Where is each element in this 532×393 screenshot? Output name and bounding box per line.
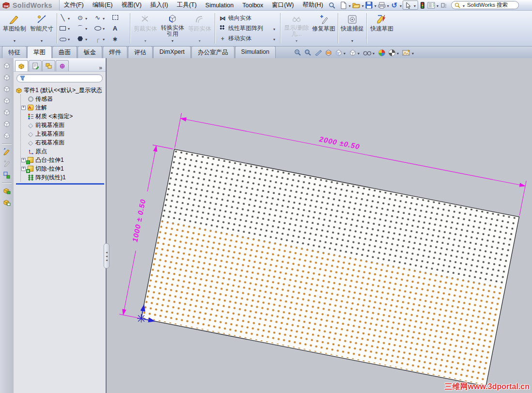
view-orientation-caret-icon[interactable] — [344, 49, 345, 56]
tab-dimxpert[interactable]: DimXpert — [153, 46, 191, 58]
view-top-icon[interactable] — [3, 107, 11, 118]
smart-dimension-button[interactable]: 智能尺寸 — [28, 12, 55, 45]
display-style-icon[interactable] — [348, 48, 361, 58]
sketch-tool-icon[interactable] — [3, 146, 11, 157]
save-caret-icon[interactable] — [375, 2, 376, 9]
tree-item-boss-extrude1[interactable]: 凸台-拉伸1 — [21, 156, 106, 164]
tree-item-linear-pattern1[interactable]: 阵列(线性)1 — [21, 173, 106, 182]
graphics-area[interactable]: 2000 ±0.50 1000 ± 0.50 三维网www.3dportal.c… — [108, 58, 532, 393]
previous-view-icon[interactable] — [314, 48, 323, 58]
view-back-icon[interactable] — [3, 72, 11, 83]
dimension-width-text[interactable]: 2000 ±0.50 — [318, 135, 361, 151]
undo-caret-icon[interactable] — [400, 2, 402, 9]
hide-show-items-icon[interactable] — [362, 48, 376, 58]
convert-caret-icon[interactable] — [172, 37, 173, 45]
dimension-height-text[interactable]: 1000 ± 0.50 — [131, 198, 147, 243]
view-isometric-icon[interactable] — [3, 130, 11, 141]
print-icon[interactable] — [377, 0, 386, 10]
menu-tools[interactable]: 工具(T) — [172, 0, 201, 11]
trim-entities-button[interactable]: 剪裁实体 — [132, 12, 159, 45]
edit-appearance-icon[interactable] — [377, 48, 386, 58]
boss-extrude-tool-icon[interactable] — [3, 186, 11, 196]
circle-tool[interactable]: ⊙ — [76, 14, 94, 21]
tab-featuremanager[interactable] — [15, 60, 28, 71]
quick-snaps-button[interactable]: 快速捕捉 — [340, 12, 365, 45]
tab-sheet-metal[interactable]: 钣金 — [78, 46, 102, 58]
view-settings-caret-icon[interactable] — [412, 49, 414, 56]
rectangle-caret-icon[interactable] — [68, 25, 70, 31]
tree-item-sensors[interactable]: 传感器 — [21, 94, 106, 103]
new-file-caret-icon[interactable] — [349, 2, 351, 9]
offset-caret-icon[interactable] — [199, 37, 201, 45]
tree-filter-input[interactable] — [16, 74, 103, 82]
undo-icon[interactable]: ↺ — [390, 0, 399, 10]
view-orientation-icon[interactable] — [334, 48, 347, 58]
view-bottom-icon[interactable] — [3, 119, 11, 129]
menu-file[interactable]: 文件(F) — [60, 0, 88, 11]
display-style-caret-icon[interactable] — [358, 49, 360, 56]
smart-dimension-caret-icon[interactable] — [41, 37, 43, 45]
menu-edit[interactable]: 编辑(E) — [88, 0, 117, 11]
cut-extrude-tool-icon[interactable] — [3, 197, 11, 208]
expand-icon[interactable] — [21, 158, 26, 162]
perforated-plate[interactable] — [141, 149, 519, 386]
text-tool[interactable]: A — [111, 25, 128, 32]
tab-sketch[interactable]: 草图 — [27, 46, 52, 58]
tab-surfaces[interactable]: 曲面 — [52, 46, 77, 58]
fillet-tool[interactable]: ╭ — [94, 35, 111, 43]
tab-office-products[interactable]: 办公室产品 — [191, 46, 235, 58]
display-delete-relations-button[interactable]: 显示/删除几... — [282, 12, 311, 45]
tab-dimxpertmanager[interactable]: ⊕ — [56, 60, 69, 71]
zoom-area-icon[interactable] — [304, 48, 313, 58]
polygon-caret-icon[interactable] — [85, 35, 87, 42]
toolbar-more-icon[interactable] — [439, 0, 448, 10]
search-flyout-icon[interactable] — [328, 0, 336, 10]
expand-icon[interactable] — [21, 106, 26, 110]
display-delete-caret-icon[interactable] — [296, 37, 297, 45]
ellipse-tool[interactable] — [94, 25, 111, 32]
linear-sketch-pattern-button[interactable]: 线性草图阵列 — [218, 24, 278, 33]
polygon-tool[interactable] — [76, 35, 94, 43]
circle-caret-icon[interactable] — [85, 15, 87, 21]
point-tool[interactable]: ∗ — [111, 35, 128, 43]
sketch-3d-tool-icon[interactable] — [3, 158, 11, 169]
search-caret-icon[interactable] — [463, 2, 465, 8]
tree-item-top-plane[interactable]: ◇ 上视基准面 — [21, 129, 106, 138]
tree-item-material[interactable]: 材质 <未指定> — [21, 112, 106, 121]
select-caret-icon[interactable] — [414, 2, 416, 9]
sketch-canvas[interactable]: 2000 ±0.50 1000 ± 0.50 — [108, 58, 532, 393]
fillet-caret-icon[interactable] — [103, 35, 105, 42]
expand-icon[interactable] — [21, 167, 26, 171]
select-tool[interactable] — [403, 0, 418, 10]
tab-weldments[interactable]: 焊件 — [103, 46, 127, 58]
panel-collapse-handle[interactable] — [104, 243, 110, 268]
tree-item-cut-extrude1[interactable]: 切除-拉伸1 — [21, 164, 106, 173]
tab-features[interactable]: 特征 — [2, 46, 27, 58]
tab-evaluate[interactable]: 评估 — [128, 46, 153, 58]
tab-propertymanager[interactable] — [29, 60, 42, 71]
rectangle-tool[interactable] — [59, 25, 76, 32]
slot-caret-icon[interactable] — [68, 35, 70, 42]
derived-sketch-icon[interactable] — [3, 170, 11, 180]
offset-entities-button[interactable]: 等距实体 — [186, 12, 213, 45]
open-file-icon[interactable] — [352, 0, 361, 10]
menu-view[interactable]: 视图(V) — [117, 0, 146, 11]
repair-sketch-button[interactable]: 修复草图 — [311, 12, 336, 45]
line-tool[interactable]: ╲ — [59, 14, 76, 21]
panel-tabs-overflow-icon[interactable]: » — [97, 64, 104, 71]
ellipse-caret-icon[interactable] — [103, 25, 105, 31]
open-file-caret-icon[interactable] — [362, 2, 364, 9]
tree-root-part[interactable]: 零件1 (默认<<默认>_显示状态 — [16, 86, 106, 94]
move-entities-button[interactable]: 移动实体 — [218, 34, 278, 43]
tree-item-origin[interactable]: 原点 — [21, 147, 106, 156]
spline-tool[interactable]: ∿ — [94, 14, 111, 21]
selection-box-tool[interactable] — [111, 14, 128, 21]
rollback-bar[interactable] — [16, 183, 104, 185]
options-caret-icon[interactable] — [437, 2, 438, 9]
save-icon[interactable] — [365, 0, 374, 10]
menu-toolbox[interactable]: Toolbox — [238, 0, 267, 10]
search-input[interactable]: SolidWorks 搜索 — [451, 1, 519, 9]
tab-configurationmanager[interactable] — [42, 60, 55, 71]
performance-icon[interactable] — [418, 0, 427, 10]
linear-pattern-caret-icon[interactable] — [273, 25, 275, 32]
